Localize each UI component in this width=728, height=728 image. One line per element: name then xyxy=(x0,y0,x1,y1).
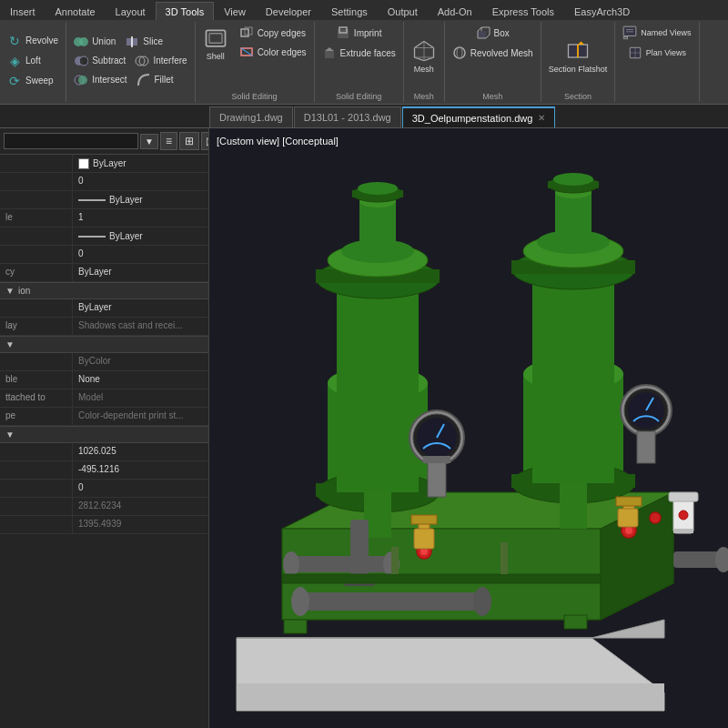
section-flatshot-button[interactable]: Section Flatshot xyxy=(545,36,612,76)
ribbon-group-modify: ↻ Revolve ◈ Loft ⟳ Sweep xyxy=(0,22,66,102)
props-bycolor: ByColor xyxy=(73,353,208,370)
plan-views-button[interactable]: Plan Views xyxy=(624,44,690,62)
mesh-label2: Mesh xyxy=(449,90,537,102)
props-shadows: Shadows cast and recei... xyxy=(73,318,208,335)
extrude-faces-button[interactable]: Extrude faces xyxy=(318,44,399,62)
section-header-3: ▼ xyxy=(0,426,208,443)
svg-rect-69 xyxy=(532,265,614,483)
props-value-linetype: ByLayer xyxy=(73,191,208,208)
tab-express-tools[interactable]: Express Tools xyxy=(482,2,564,20)
svg-point-109 xyxy=(679,511,688,520)
ribbon-group-section: Section Flatshot Section xyxy=(541,22,616,102)
section-header-arrow: ▼ xyxy=(5,286,15,296)
props-row-shadows: lay Shadows cast and recei... xyxy=(0,318,208,336)
viewport[interactable]: [Custom view] [Conceptual] xyxy=(209,128,728,728)
revolve-button[interactable]: ↻ Revolve xyxy=(4,32,62,50)
close-tab-button[interactable]: ✕ xyxy=(538,113,545,123)
svg-rect-119 xyxy=(391,547,399,574)
props-row-0: 0 xyxy=(0,173,208,191)
slice-icon xyxy=(125,35,139,49)
tab-view[interactable]: View xyxy=(214,2,256,20)
tab-addon[interactable]: Add-On xyxy=(428,2,482,20)
shell-button[interactable]: Shell xyxy=(199,24,232,63)
doc-tab-3d-oelpumpenstation[interactable]: 3D_Oelpumpenstation.dwg ✕ xyxy=(402,106,556,127)
ribbon-group-primitives: Box Revolved Mesh Mesh xyxy=(445,22,541,102)
doc-tab-drawing1[interactable]: Drawing1.dwg xyxy=(209,106,293,127)
props-row-linetype2: ByLayer xyxy=(0,228,208,246)
svg-point-28 xyxy=(454,47,465,58)
revolved-mesh-button[interactable]: Revolved Mesh xyxy=(449,44,537,62)
imprint-button[interactable]: Imprint xyxy=(332,24,386,42)
mesh-button[interactable]: Mesh xyxy=(408,36,440,76)
section-header-ion: ▼ ion xyxy=(0,282,208,299)
mesh-icon xyxy=(411,38,437,64)
interfere-button[interactable]: Interfere xyxy=(131,52,190,70)
section-header-label-ion: ion xyxy=(18,286,30,296)
svg-point-113 xyxy=(473,587,491,616)
svg-rect-89 xyxy=(428,460,446,497)
left-panel: ▼ ≡ ⊞ ▷ ByLayer 0 ByLayer xyxy=(0,128,209,728)
document-tab-bar: Drawing1.dwg D13L01 - 2013.dwg 3D_Oelpum… xyxy=(0,105,728,128)
loft-icon: ◈ xyxy=(7,54,22,68)
svg-marker-20 xyxy=(325,47,334,51)
tab-easyarch3d[interactable]: EasyArch3D xyxy=(564,2,640,20)
solid-editing-label: Solid Editing xyxy=(199,90,310,102)
props-coord2: -495.1216 xyxy=(73,461,208,479)
svg-rect-97 xyxy=(411,515,437,524)
sweep-button[interactable]: ⟳ Sweep xyxy=(4,72,57,90)
fillet-button[interactable]: Fillet xyxy=(133,71,177,89)
copy-edges-button[interactable]: Copy edges xyxy=(236,24,310,42)
svg-marker-32 xyxy=(578,42,584,46)
intersect-icon xyxy=(74,73,88,87)
panel-icon-btn-2[interactable]: ⊞ xyxy=(179,132,199,150)
color-edges-button[interactable]: Color edges xyxy=(236,43,310,61)
loft-button[interactable]: ◈ Loft xyxy=(4,52,45,70)
3d-scene xyxy=(209,128,728,728)
props-row-coord5: 1395.4939 xyxy=(0,516,208,534)
subtract-icon xyxy=(74,54,88,68)
copy-edges-icon xyxy=(239,25,254,40)
tab-annotate[interactable]: Annotate xyxy=(46,2,106,20)
svg-point-63 xyxy=(358,182,398,195)
box-mesh-button[interactable]: Box xyxy=(472,24,513,42)
section-header-2: ▼ xyxy=(0,336,208,353)
svg-rect-108 xyxy=(673,529,693,533)
slice-button[interactable]: Slice xyxy=(121,33,167,51)
tab-developer[interactable]: Developer xyxy=(256,2,321,20)
svg-rect-43 xyxy=(237,683,664,711)
svg-rect-82 xyxy=(291,556,391,572)
panel-icon-btn-3[interactable]: ▷ xyxy=(201,132,209,150)
viewport-view-label: [Custom view] [Conceptual] xyxy=(217,136,339,147)
extrude-faces-icon xyxy=(322,46,337,60)
properties-section-4: 1026.025 -495.1216 0 2812.6234 1395.4939 xyxy=(0,443,208,534)
svg-point-83 xyxy=(283,551,299,577)
ribbon-group-views: Named Views Plan Views xyxy=(615,22,699,102)
imprint-icon xyxy=(336,25,350,40)
revolve-icon: ↻ xyxy=(7,34,22,48)
props-print: Color-dependent print st... xyxy=(73,408,208,425)
svg-rect-122 xyxy=(564,615,587,629)
layer-input[interactable] xyxy=(4,133,138,149)
intersect-button[interactable]: Intersect xyxy=(70,71,130,89)
color-edges-icon xyxy=(239,45,254,59)
union-button[interactable]: Union xyxy=(70,33,119,51)
label-attached-to: ttached to xyxy=(0,389,73,407)
plan-views-icon xyxy=(628,46,642,60)
label-ble: ble xyxy=(0,371,73,389)
tab-output[interactable]: Output xyxy=(378,2,428,20)
color-swatch xyxy=(78,158,89,169)
svg-point-104 xyxy=(625,527,632,534)
tab-3dtools[interactable]: 3D Tools xyxy=(156,2,215,20)
named-views-button[interactable]: Named Views xyxy=(619,24,694,42)
layer-dropdown-button[interactable]: ▼ xyxy=(140,134,158,149)
props-row-coord2: -495.1216 xyxy=(0,461,208,480)
properties-section-1: ByLayer 0 ByLayer le 1 xyxy=(0,155,208,282)
subtract-button[interactable]: Subtract xyxy=(70,52,129,70)
panel-icon-btn-1[interactable]: ≡ xyxy=(160,132,177,150)
doc-tab-d13l01[interactable]: D13L01 - 2013.dwg xyxy=(294,106,401,127)
props-row-color: ByLayer xyxy=(0,155,208,173)
tab-layout[interactable]: Layout xyxy=(106,2,156,20)
tab-settings[interactable]: Settings xyxy=(321,2,378,20)
tab-insert[interactable]: Insert xyxy=(0,2,46,20)
props-bylayer: ByLayer xyxy=(73,299,208,317)
